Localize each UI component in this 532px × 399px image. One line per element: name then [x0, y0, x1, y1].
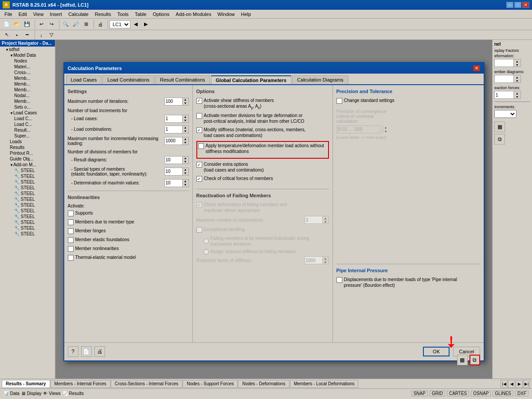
- prev-lc-btn[interactable]: ◀: [131, 20, 141, 29]
- sidebar-item-steel10[interactable]: 🔧 STEEL: [0, 219, 55, 225]
- menu-window[interactable]: Window: [215, 11, 237, 18]
- next-lc-btn[interactable]: ▶: [141, 20, 151, 29]
- special-members-down[interactable]: ▼: [182, 172, 188, 175]
- zoom-in-btn[interactable]: 🔍: [61, 20, 70, 29]
- sidebar-item-nodes[interactable]: Nodes: [0, 58, 55, 64]
- menu-insert[interactable]: Insert: [47, 11, 65, 18]
- copy-icon-btn[interactable]: ⧉: [469, 355, 480, 365]
- load-cases-spin[interactable]: ▲ ▼: [164, 115, 189, 123]
- nonlin-supports-checkbox[interactable]: [68, 211, 74, 216]
- sidebar-item-memb4[interactable]: Memb...: [0, 98, 55, 104]
- result-diagrams-input[interactable]: [165, 156, 182, 164]
- max-incremental-down[interactable]: ▼: [182, 141, 188, 145]
- status-tab-cross-sections[interactable]: Cross-Sections - Internal Forces: [111, 380, 182, 388]
- table-icon-btn[interactable]: ▦: [457, 355, 468, 365]
- tab-nav-next[interactable]: ▶: [516, 380, 523, 388]
- sidebar-item-model-data[interactable]: ▼Model Data: [0, 52, 55, 58]
- load-combos-input[interactable]: [165, 126, 182, 133]
- member-diagrams-spin[interactable]: ▲ ▼: [494, 75, 521, 83]
- menu-view[interactable]: View: [31, 11, 47, 18]
- load-combos-spin[interactable]: ▲ ▼: [164, 125, 189, 133]
- snap-grid[interactable]: GRID: [430, 391, 445, 396]
- minimize-btn[interactable]: ─: [506, 2, 513, 8]
- precision-input[interactable]: [336, 125, 381, 133]
- maxmin-input[interactable]: [165, 180, 182, 187]
- sidebar-item-steel9[interactable]: 🔧 STEEL: [0, 214, 55, 219]
- status-tab-nodes-support[interactable]: Nodes - Support Forces: [183, 380, 238, 388]
- maxmin-down[interactable]: ▼: [182, 183, 188, 187]
- sidebar-item-steel4[interactable]: 🔧 STEEL: [0, 185, 55, 191]
- bottom-tab-display[interactable]: 🖥 Display: [21, 391, 42, 396]
- nonlin-nonlinear-checkbox[interactable]: [68, 246, 74, 252]
- precision-up[interactable]: ▲: [383, 125, 389, 129]
- sidebar-item-steel11[interactable]: 🔧 STEEL: [0, 225, 55, 231]
- reduced-stiffness-radio[interactable]: [203, 249, 209, 254]
- tab-load-combinations[interactable]: Load Combinations: [102, 75, 154, 84]
- reactivation-checkbox[interactable]: [196, 202, 202, 208]
- sidebar-item-load-cases[interactable]: ▼Load Cases: [0, 110, 55, 116]
- load-cases-down[interactable]: ▼: [182, 119, 188, 122]
- load-case-combo[interactable]: LC1: [110, 20, 130, 28]
- right-panel-table-btn[interactable]: ▦: [494, 121, 505, 132]
- result-diagrams-spin[interactable]: ▲ ▼: [164, 156, 189, 164]
- sidebar-item-steel12[interactable]: 🔧 STEEL: [0, 231, 55, 237]
- nonlin-thermal-checkbox[interactable]: [68, 255, 74, 261]
- deformation-down[interactable]: ▼: [513, 63, 520, 66]
- sidebar-item-steel1[interactable]: 🔧 STEEL: [0, 168, 55, 173]
- sidebar-item-results[interactable]: Results: [0, 145, 55, 150]
- status-tab-members-local[interactable]: Members - Local Deformations: [290, 380, 359, 388]
- snap-glines[interactable]: GLINES: [493, 391, 513, 396]
- tab-calc-diagrams[interactable]: Calculation Diagrams: [292, 75, 348, 84]
- sidebar-item-cross[interactable]: Cross-...: [0, 70, 55, 75]
- max-iterations-spin[interactable]: ▲ ▼: [164, 98, 189, 106]
- sidebar-item-memb2[interactable]: Memb...: [0, 81, 55, 87]
- menu-calculate[interactable]: Calculate: [66, 11, 91, 18]
- status-tab-members-internal[interactable]: Members - Internal Forces: [51, 380, 110, 388]
- sidebar-item-addon[interactable]: ▼Add-on M...: [0, 162, 55, 168]
- status-tab-nodes-deform[interactable]: Nodes - Deformations: [238, 380, 289, 388]
- change-standard-checkbox[interactable]: [336, 98, 342, 104]
- reaction-forces-down[interactable]: ▼: [513, 95, 520, 98]
- sidebar-item-memb3[interactable]: Memb...: [0, 87, 55, 93]
- snap-dxf[interactable]: DXF: [515, 391, 528, 396]
- menu-tools[interactable]: Tools: [114, 11, 131, 18]
- sidebar-item-steel5[interactable]: 🔧 STEEL: [0, 191, 55, 196]
- tab-result-combinations[interactable]: Result Combinations: [155, 75, 210, 84]
- max-incremental-up[interactable]: ▲: [182, 137, 188, 141]
- sidebar-item-rc[interactable]: Result...: [0, 127, 55, 133]
- sidebar-item-memb1[interactable]: Memb...: [0, 75, 55, 81]
- reduction-factor-spin[interactable]: ▲ ▼: [305, 256, 329, 264]
- member-diagrams-up[interactable]: ▲: [513, 75, 520, 79]
- undo-btn[interactable]: ↩: [36, 20, 46, 29]
- member-divisions-checkbox[interactable]: [196, 113, 202, 119]
- max-iterations-up[interactable]: ▲: [182, 98, 188, 102]
- sidebar-item-lc2[interactable]: Load C...: [0, 121, 55, 127]
- pipe-pressure-checkbox[interactable]: [336, 277, 342, 283]
- load-combos-down[interactable]: ▼: [182, 129, 188, 133]
- sidebar-item-steel7[interactable]: 🔧 STEEL: [0, 202, 55, 208]
- failing-remove-radio[interactable]: [203, 239, 209, 244]
- printer-icon-btn[interactable]: 🖨: [94, 346, 105, 357]
- member-diagrams-down[interactable]: ▼: [513, 79, 520, 82]
- precision-down[interactable]: ▼: [383, 129, 389, 133]
- sidebar-item-sdfsd[interactable]: ▼sdfsd: [0, 47, 55, 52]
- close-btn[interactable]: ✕: [522, 2, 529, 8]
- sidebar-item-nodal[interactable]: Nodal...: [0, 93, 55, 98]
- sidebar-item-steel8[interactable]: 🔧 STEEL: [0, 208, 55, 214]
- sidebar-item-steel3[interactable]: 🔧 STEEL: [0, 179, 55, 185]
- sidebar-item-sets[interactable]: Sets o...: [0, 104, 55, 110]
- sidebar-item-lc1[interactable]: Load C...: [0, 116, 55, 121]
- help-icon-btn[interactable]: ?: [68, 346, 78, 357]
- tab-nav-prev[interactable]: ◀: [508, 380, 515, 388]
- menu-results[interactable]: Results: [92, 11, 114, 18]
- node-btn[interactable]: •: [12, 31, 22, 39]
- reaction-forces-input[interactable]: [495, 91, 513, 98]
- snap-osnap[interactable]: OSNAP: [471, 391, 491, 396]
- bottom-tab-results[interactable]: 📈 Results: [63, 391, 84, 396]
- open-btn[interactable]: 📂: [12, 20, 22, 29]
- max-reactivations-input[interactable]: [305, 216, 322, 223]
- nonlin-hinges-checkbox[interactable]: [68, 228, 74, 234]
- maximize-btn[interactable]: □: [514, 2, 521, 8]
- sidebar-item-material[interactable]: Materi...: [0, 64, 55, 70]
- sidebar-item-printout[interactable]: Printout R...: [0, 150, 55, 156]
